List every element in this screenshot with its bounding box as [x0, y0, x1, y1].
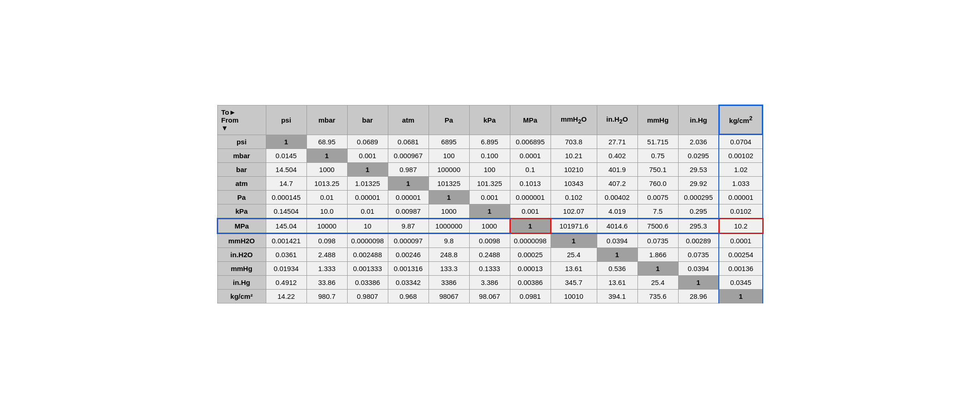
cell-psi-col4: 6895: [429, 135, 469, 148]
cell-mbar-col1: 1: [306, 148, 347, 162]
cell-psi-col1: 68.95: [306, 135, 347, 148]
cell-mpa-col4: 1000000: [429, 218, 469, 233]
cell-mmh2o-col0: 0.001421: [266, 233, 306, 247]
cell-atm-col10: 29.92: [678, 176, 719, 190]
cell-mmh2o-col9: 0.0735: [637, 233, 678, 247]
cell-inhg-col6: 0.00386: [510, 275, 551, 289]
cell-mpa-col8: 4014.6: [597, 218, 637, 233]
cell-inhg-col8: 13.61: [597, 275, 637, 289]
cell-pa-col2: 0.00001: [347, 190, 388, 204]
cell-atm-col3: 1: [388, 176, 429, 190]
cell-kpa-col4: 1000: [429, 204, 469, 218]
cell-mbar-col0: 0.0145: [266, 148, 306, 162]
cell-mmh2o-col7: 1: [551, 233, 597, 247]
cell-kgcm-col4: 98067: [429, 289, 469, 303]
cell-mmh2o-col10: 0.00289: [678, 233, 719, 247]
cell-psi-col6: 0.006895: [510, 135, 551, 148]
cell-kpa-col10: 0.295: [678, 204, 719, 218]
cell-mbar-col5: 0.100: [469, 148, 510, 162]
cell-atm-col7: 10343: [551, 176, 597, 190]
row-header-psi: psi: [217, 135, 266, 148]
cell-psi-col8: 27.71: [597, 135, 637, 148]
cell-mpa-col6: 1: [510, 218, 551, 233]
cell-mmh2o-col1: 0.098: [306, 233, 347, 247]
cell-inh2o-col0: 0.0361: [266, 247, 306, 261]
cell-inh2o-col5: 0.2488: [469, 247, 510, 261]
down-arrow: ▼: [221, 124, 228, 132]
cell-inhg-col10: 1: [678, 275, 719, 289]
cell-mpa-col11: 10.2: [719, 218, 763, 233]
row-header-bar: bar: [217, 162, 266, 176]
col-header-mbar: mbar: [306, 105, 347, 135]
cell-kgcm-col6: 0.0981: [510, 289, 551, 303]
cell-mmhg-col0: 0.01934: [266, 261, 306, 275]
cell-pa-col3: 0.00001: [388, 190, 429, 204]
cell-mpa-col10: 295.3: [678, 218, 719, 233]
cell-mbar-col3: 0.000967: [388, 148, 429, 162]
cell-inhg-col0: 0.4912: [266, 275, 306, 289]
cell-kgcm-col10: 28.96: [678, 289, 719, 303]
cell-kpa-col3: 0.00987: [388, 204, 429, 218]
cell-kgcm-col3: 0.968: [388, 289, 429, 303]
cell-mbar-col7: 10.21: [551, 148, 597, 162]
cell-inh2o-col1: 2.488: [306, 247, 347, 261]
cell-inhg-col11: 0.0345: [719, 275, 763, 289]
cell-kgcm-col7: 10010: [551, 289, 597, 303]
cell-bar-col4: 100000: [429, 162, 469, 176]
cell-mmh2o-col8: 0.0394: [597, 233, 637, 247]
cell-mmh2o-col5: 0.0098: [469, 233, 510, 247]
cell-bar-col8: 401.9: [597, 162, 637, 176]
cell-mpa-col3: 9.87: [388, 218, 429, 233]
cell-inh2o-col4: 248.8: [429, 247, 469, 261]
pressure-conversion-table: To► From ▼ psi mbar bar atm Pa kPa MPa m…: [217, 105, 764, 303]
cell-kgcm-col0: 14.22: [266, 289, 306, 303]
cell-mbar-col10: 0.0295: [678, 148, 719, 162]
cell-mmh2o-col2: 0.0000098: [347, 233, 388, 247]
cell-mmhg-col2: 0.001333: [347, 261, 388, 275]
cell-mpa-col5: 1000: [469, 218, 510, 233]
cell-atm-col9: 760.0: [637, 176, 678, 190]
cell-atm-col0: 14.7: [266, 176, 306, 190]
cell-inh2o-col11: 0.00254: [719, 247, 763, 261]
cell-mmhg-col4: 133.3: [429, 261, 469, 275]
row-header-inhg: in.Hg: [217, 275, 266, 289]
cell-mmhg-col5: 0.1333: [469, 261, 510, 275]
cell-bar-col1: 1000: [306, 162, 347, 176]
cell-mmh2o-col11: 0.0001: [719, 233, 763, 247]
cell-mmh2o-col3: 0.000097: [388, 233, 429, 247]
cell-bar-col7: 10210: [551, 162, 597, 176]
row-header-atm: atm: [217, 176, 266, 190]
cell-pa-col10: 0.000295: [678, 190, 719, 204]
cell-bar-col11: 1.02: [719, 162, 763, 176]
cell-atm-col4: 101325: [429, 176, 469, 190]
cell-mpa-col0: 145.04: [266, 218, 306, 233]
cell-inh2o-col7: 25.4: [551, 247, 597, 261]
col-header-atm: atm: [388, 105, 429, 135]
col-header-psi: psi: [266, 105, 306, 135]
cell-inhg-col9: 25.4: [637, 275, 678, 289]
cell-inh2o-col2: 0.002488: [347, 247, 388, 261]
cell-mmhg-col8: 0.536: [597, 261, 637, 275]
cell-psi-col3: 0.0681: [388, 135, 429, 148]
cell-atm-col1: 1013.25: [306, 176, 347, 190]
col-header-mpa: MPa: [510, 105, 551, 135]
cell-psi-col0: 1: [266, 135, 306, 148]
cell-kpa-col9: 7.5: [637, 204, 678, 218]
cell-mbar-col6: 0.0001: [510, 148, 551, 162]
cell-mbar-col9: 0.75: [637, 148, 678, 162]
cell-pa-col9: 0.0075: [637, 190, 678, 204]
cell-mmh2o-col6: 0.0000098: [510, 233, 551, 247]
cell-kgcm-col2: 0.9807: [347, 289, 388, 303]
cell-psi-col2: 0.0689: [347, 135, 388, 148]
cell-kpa-col1: 10.0: [306, 204, 347, 218]
cell-inhg-col7: 345.7: [551, 275, 597, 289]
cell-kpa-col5: 1: [469, 204, 510, 218]
cell-inhg-col1: 33.86: [306, 275, 347, 289]
cell-mbar-col4: 100: [429, 148, 469, 162]
cell-mbar-col2: 0.001: [347, 148, 388, 162]
cell-atm-col6: 0.1013: [510, 176, 551, 190]
cell-mmh2o-col4: 9.8: [429, 233, 469, 247]
cell-pa-col1: 0.01: [306, 190, 347, 204]
cell-bar-col3: 0.987: [388, 162, 429, 176]
cell-pa-col0: 0.000145: [266, 190, 306, 204]
